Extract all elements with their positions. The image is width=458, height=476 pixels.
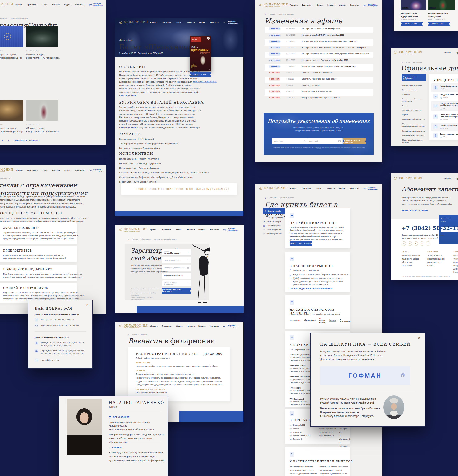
close-icon[interactable]: ✕: [418, 336, 420, 340]
nav-afisha[interactable]: Афиша⌄: [15, 4, 23, 6]
brand-logo[interactable]: ФИЛАРМОНИЯКУЗБАССА ИМЕНИ Б.Т. ШТОКОЛОВА: [0, 168, 13, 172]
nav-afisha[interactable]: Афиша⌄: [290, 4, 298, 6]
brand-logo[interactable]: ФИЛАРМОНИЯКУЗБАССА ИМЕНИ Б.Т. ШТОКОЛОВА: [119, 324, 148, 328]
crumb-afisha[interactable]: Афиша: [132, 238, 138, 240]
phone-number[interactable]: +7 (3842) 58–32–11: [402, 225, 458, 231]
nav-novosti[interactable]: Новости: [327, 187, 335, 189]
nav-zritelyam[interactable]: Зрителям⌄: [456, 51, 458, 54]
sidebar-item-online[interactable]: ★Купить онлайн: [263, 208, 285, 214]
nav-kontakty[interactable]: Контакты: [350, 187, 359, 189]
video-caption[interactable]: «У песни русская душа»,Губернаторский ка…: [0, 53, 23, 60]
play-icon[interactable]: ▶: [4, 33, 11, 40]
ticketland-mts-logo[interactable]: ticketlandМТС: [290, 319, 301, 321]
nav-zritelyam[interactable]: Зрителям⌄: [162, 21, 173, 23]
home-icon[interactable]: ⌂: [128, 238, 129, 240]
vk-icon[interactable]: vk: [200, 187, 204, 191]
footer-link[interactable]: Правила посещения: [428, 257, 445, 261]
nav-zritelyam[interactable]: Зрителям⌄: [302, 187, 313, 189]
footer-link[interactable]: Зрителям с ОВП: [428, 261, 445, 264]
page-3[interactable]: 3: [2, 139, 3, 142]
video-caption[interactable]: «У песни русская душа»,Губернаторский ка…: [0, 127, 23, 133]
footer-link[interactable]: История: [453, 264, 458, 267]
buy-online-button[interactable]: КУПИТЬ БИЛЕТ ОНЛАЙН: [290, 241, 312, 246]
nav-media[interactable]: Медиа⌄: [199, 21, 206, 23]
nav-afisha[interactable]: Афиша⌄: [444, 51, 452, 54]
nav-onas[interactable]: О нас⌄: [176, 325, 183, 327]
sidebar-item[interactable]: Стандарты и регламенты: [402, 108, 426, 113]
sidebar-item[interactable]: Обеспечение комфортных условий пребывани…: [402, 123, 426, 128]
sidebar-item[interactable]: Противодействие коррупции: [402, 133, 426, 138]
accessibility-toggle[interactable]: Версия для слабовидящих: [88, 169, 103, 172]
sidebar-item-cashdesk[interactable]: ▭Касса филармонии: [263, 217, 285, 219]
nav-kontakty[interactable]: Контакты: [350, 4, 359, 6]
nav-onas[interactable]: О нас⌄: [42, 169, 48, 171]
crumb-zritelyam[interactable]: Зрителям: [269, 197, 276, 199]
crumb-subs[interactable]: Абонементы: [141, 238, 151, 240]
tickets-look-link[interactable]: КАК ВЫГЛЯДЯТ БИЛЕТЫ В ФИЛАРМОНИЮ: [290, 288, 332, 290]
crumb-onas[interactable]: О нас: [406, 61, 410, 63]
next-page-link[interactable]: СЛЕДУЮЩАЯ СТРАНИЦА ›: [14, 139, 40, 142]
contact-text[interactable]: Виталий Викторович filkuz@bk.ru: [136, 391, 167, 394]
nav-onas[interactable]: О нас⌄: [42, 4, 48, 6]
phone-field[interactable]: Номер телефона*: [162, 257, 191, 263]
nav-novosti[interactable]: Новости: [327, 4, 335, 6]
footer-link[interactable]: Расписание и билеты: [402, 254, 420, 257]
home-icon[interactable]: ⌂: [264, 197, 266, 199]
nav-media[interactable]: Медиа⌄: [64, 169, 72, 171]
sidebar-item[interactable]: Государственное задание: [402, 84, 426, 88]
instagram-icon[interactable]: ig: [408, 241, 412, 246]
footer-link[interactable]: Залы: [453, 261, 458, 264]
nav-media[interactable]: Медиа⌄: [199, 325, 206, 327]
footer-link[interactable]: Абонементы: [402, 261, 420, 264]
nav-media[interactable]: Медиа⌄: [64, 4, 72, 6]
video-thumbnail[interactable]: [26, 26, 58, 47]
video-caption[interactable]: «Память сердца».Вечер памяти Н.А. Капишн…: [26, 127, 59, 133]
accessibility-toggle[interactable]: Версия для слабовидящих: [88, 3, 103, 6]
doc-row[interactable]: Свидетельство о государственной регистра…: [432, 92, 458, 100]
ponominalu-logo[interactable]: ◉ PONOMINALU: [340, 319, 350, 322]
footer-link[interactable]: Сдать билет: [402, 264, 420, 267]
yandex-afisha-logo[interactable]: Я Яндекс Афиша: [319, 318, 326, 323]
brand-logo[interactable]: ФИЛАРМОНИЯКУЗБАССА ИМЕНИ Б.Т. ШТОКОЛОВА: [259, 3, 288, 7]
sidebar-item-founding[interactable]: Учредительные документы: [402, 74, 426, 81]
accessibility-toggle[interactable]: Версия для слабовидящих: [223, 324, 237, 328]
nav-kontakty[interactable]: Контакты: [210, 21, 219, 23]
nav-novosti[interactable]: Новости: [187, 229, 195, 231]
nav-afisha[interactable]: Афиша⌄: [290, 187, 298, 189]
crumb-onas[interactable]: О нас: [132, 334, 137, 336]
nav-novosti[interactable]: Новости: [52, 4, 60, 6]
youtube-icon[interactable]: ▶: [414, 241, 418, 246]
nav-zritelyam[interactable]: Зрителям⌄: [27, 169, 38, 171]
page-4[interactable]: 4: [8, 139, 9, 142]
brand-logo[interactable]: ФИЛАРМОНИЯКУЗБАССА ИМЕНИ Б.Т. ШТОКОЛОВА: [394, 176, 423, 181]
footer-link[interactable]: Изменения в афише: [402, 257, 420, 261]
name-field[interactable]: Ваше имяИрина Петровна: [162, 249, 191, 255]
footer-link[interactable]: Дополнительно: [453, 267, 458, 271]
footer-link[interactable]: Коллектив: [453, 254, 458, 257]
nav-novosti[interactable]: Новости: [52, 169, 60, 171]
nav-onas[interactable]: О нас⌄: [176, 21, 183, 23]
nav-zritelyam[interactable]: Зрителям⌄: [302, 4, 313, 6]
facebook-icon[interactable]: f: [426, 241, 430, 246]
nav-afisha[interactable]: Афиша⌄: [444, 178, 452, 179]
sidebar-item-distributors[interactable]: ○Распространители: [263, 233, 285, 235]
brand-logo[interactable]: ФИЛАРМОНИЯКУЗБАССА ИМЕНИ Б.Т. ШТОКОЛОВА: [119, 228, 148, 232]
nav-media[interactable]: Медиа⌄: [199, 229, 206, 231]
footer-link[interactable]: Вакансии: [453, 271, 458, 274]
subscription-number-field[interactable]: Серия и номер абонемента*: [162, 280, 191, 286]
back-home-link[interactable]: ВЕРНУТЬСЯ НА ГЛАВНУЮ: [402, 210, 428, 212]
accessibility-toggle[interactable]: Версия для слабовидящих: [223, 21, 238, 24]
doc-row[interactable]: Приказ о принятии функций pdf, 0.4 mb: [432, 123, 458, 131]
doc-row[interactable]: Устав филармонии pdf, 0.4 mb: [432, 83, 458, 92]
sidebar-item[interactable]: Обеспечение безопасности зрителей: [402, 139, 426, 144]
brand-logo[interactable]: ФИЛАРМОНИЯКУЗБАССА ИМЕНИ Б.Т. ШТОКОЛОВА: [0, 2, 13, 7]
facebook-icon[interactable]: f: [224, 187, 229, 191]
home-icon[interactable]: ⌂: [128, 334, 129, 336]
home-icon[interactable]: ⌂: [402, 61, 403, 63]
sidebar-item-kemerovo[interactable]: ▦Кассы Кемерово: [263, 225, 285, 227]
sidebar-item-mts[interactable]: ⌂Точки продаж МТС: [263, 229, 285, 231]
name-input[interactable]: Ваше имя: [272, 138, 308, 144]
home-icon[interactable]: ⌂: [264, 13, 266, 15]
ok-icon[interactable]: ok: [218, 187, 223, 191]
kassir-logo[interactable]: ⓀKASSIR.RU: [304, 319, 316, 322]
